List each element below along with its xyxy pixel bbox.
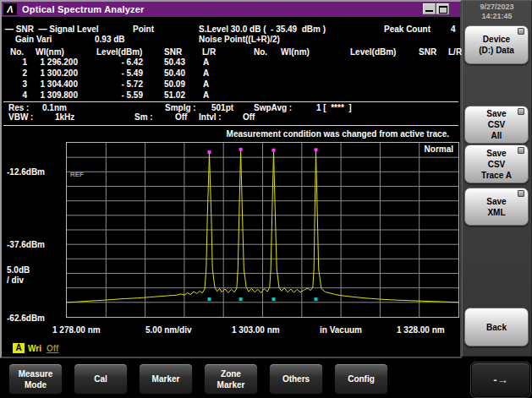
x-axis-label-start: 1 278.00 nm (52, 325, 101, 335)
smplg-value: 501pt (211, 103, 233, 112)
softkey-label: Device (D:) Data (479, 34, 514, 56)
table-header-no-2: No. (254, 47, 267, 57)
table-header-wl-2: Wl(nm) (281, 47, 310, 57)
x-axis-label-center: 1 303.00 nm (232, 325, 280, 335)
separator (3, 125, 458, 126)
window-title: Optical Spectrum Analyzer (22, 4, 145, 14)
table-cell: A (203, 68, 228, 78)
y-axis-label: -37.6dBm (7, 240, 45, 250)
table-cell: 1 296.200 (25, 57, 78, 67)
menu-button-measure-mode[interactable]: Measure Mode (8, 363, 63, 395)
menu-button-zone-marker[interactable]: Zone Marker (204, 363, 258, 395)
intvl-value: Off (243, 112, 255, 122)
swpavg-value: 1 [ **** ] (316, 103, 352, 112)
table-header-no: No. (10, 47, 24, 57)
y-axis-label: -62.6dBm (7, 313, 45, 324)
table-cell: A (203, 57, 228, 67)
softkey-label: Save XML (486, 196, 506, 218)
table-header-snr: SNR (164, 47, 182, 57)
table-header-lr: L/R (202, 47, 216, 57)
title-bar: Λ Optical Spectrum Analyzer (2, 2, 460, 17)
slevel-value: S.Level 30.0 dB ( - 35.49 dBm ) (199, 25, 326, 34)
table-header-level-2: Level(dBm) (350, 47, 396, 57)
x-axis-label-stop: 1 328.00 nm (397, 325, 445, 335)
trace-b-off-status: Off (47, 344, 58, 353)
menu-button-others[interactable]: Others (269, 363, 323, 395)
table-cell: - 5.49 (93, 68, 143, 78)
intvl-label: Intvl : (199, 112, 222, 122)
main-window: Λ Optical Spectrum Analyzer — SNR — Sign… (0, 0, 462, 358)
table-header-level: Level(dBm) (96, 47, 142, 57)
ref-label: REF (70, 171, 84, 178)
softkey-save-csv-all[interactable]: Save CSV All (464, 106, 529, 144)
brand-logo-icon: Λ (3, 3, 17, 15)
table-header-wl: Wl(nm) (36, 47, 64, 57)
table-cell: 51.02 (144, 90, 185, 100)
smplg-label: Smplg : (165, 103, 196, 112)
peak-count-value: 4 (451, 25, 456, 34)
softkey-corner-icon (518, 108, 524, 115)
minimize-icon (425, 10, 433, 12)
table-header-snr-2: SNR (419, 47, 436, 57)
softkey-sidebar: 9/27/2023 14:21:45 Device (D:) Data Save… (462, 0, 532, 357)
res-label: Res : (8, 103, 29, 112)
table-cell: 3 (7, 79, 27, 89)
datetime-display: 9/27/2023 14:21:45 (462, 3, 532, 21)
more-menu-arrow-button[interactable]: -→ (471, 363, 530, 397)
sm-label: Sm : (134, 112, 153, 122)
softkey-label: Back (486, 322, 507, 333)
maximize-icon (439, 6, 447, 14)
x-axis-label-span: 5.00 nm/div (145, 325, 191, 335)
gain-vari-label: Gain Vari (15, 35, 52, 44)
table-cell: A (203, 79, 228, 89)
separator (3, 101, 458, 102)
maximize-button[interactable] (436, 3, 449, 14)
trace-mode-label: Normal (425, 144, 453, 154)
table-cell: 1 (7, 57, 27, 67)
spectrum-chart (67, 143, 458, 317)
sm-value: Off (175, 112, 187, 122)
table-cell: 50.43 (144, 57, 185, 67)
table-cell: 4 (7, 90, 27, 100)
main-menu-bar: Measure Mode Cal Marker Zone Marker Othe… (0, 358, 532, 398)
softkey-label: Save CSV Trace A (481, 148, 512, 181)
menu-button-config[interactable]: Config (334, 363, 388, 395)
arrow-right-icon: -→ (493, 373, 507, 386)
noise-point-label: Noise Point((L+R)/2) (199, 35, 280, 44)
table-cell: A (203, 90, 228, 100)
softkey-save-xml[interactable]: Save XML (464, 188, 529, 226)
scale-per-div-label: 5.0dB / div (7, 265, 30, 286)
minimize-button[interactable] (423, 3, 436, 14)
softkey-corner-icon (518, 190, 524, 197)
table-cell: 1 304.400 (25, 79, 78, 89)
res-value: 0.1nm (42, 103, 67, 112)
point-label: Point (133, 25, 154, 34)
plot-area: REF Normal (66, 142, 459, 318)
table-cell: 2 (7, 68, 27, 78)
table-cell: - 5.72 (93, 79, 143, 89)
snr-signal-legend: — SNR — Signal Level (5, 25, 99, 34)
trace-a-write-status: Wri (28, 344, 41, 353)
table-cell: 50.40 (144, 68, 185, 78)
y-axis-label: -12.6dBm (7, 167, 45, 177)
vbw-value: 1kHz (55, 112, 74, 122)
softkey-back[interactable]: Back (464, 308, 529, 346)
table-header-lr-2: L/R (448, 47, 462, 57)
table-cell: 1 300.200 (25, 68, 78, 78)
gain-vari-value: 0.93 dB (95, 35, 125, 44)
table-cell: 50.09 (144, 79, 185, 89)
vbw-label: VBW : (8, 112, 33, 122)
menu-button-cal[interactable]: Cal (74, 363, 128, 395)
x-axis-label-medium: in Vacuum (320, 325, 362, 335)
softkey-corner-icon (518, 28, 524, 35)
softkey-save-csv-trace-a[interactable]: Save CSV Trace A (464, 144, 529, 183)
peak-count-label: Peak Count (384, 25, 431, 34)
trace-a-badge: A (13, 343, 25, 353)
softkey-corner-icon (518, 147, 524, 154)
softkey-device-data[interactable]: Device (D:) Data (464, 25, 529, 64)
table-cell: 1 309.800 (25, 90, 78, 100)
menu-button-marker[interactable]: Marker (139, 363, 193, 395)
measurement-message: Measurement condition was changed from a… (227, 129, 449, 139)
table-cell: - 5.59 (93, 90, 143, 100)
swpavg-label: SwpAvg : (254, 103, 292, 112)
